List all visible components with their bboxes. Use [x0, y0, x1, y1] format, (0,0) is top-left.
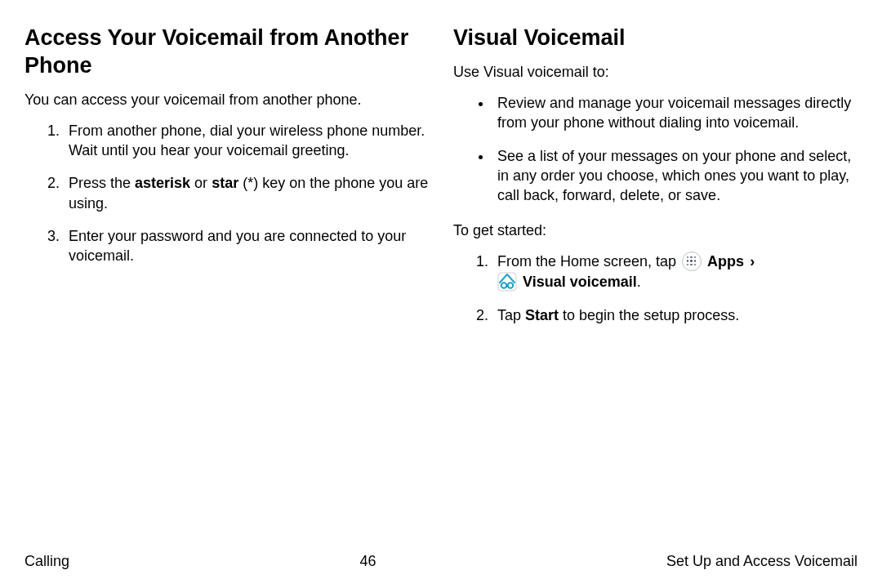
step-1: From another phone, dial your wireless p… [64, 121, 429, 161]
apps-label: Apps [707, 253, 744, 270]
step-1-pre: From the Home screen, tap [497, 253, 680, 270]
step-1-right: From the Home screen, tap Apps › [492, 252, 858, 293]
bold-asterisk: asterisk [135, 175, 190, 191]
chevron-right-icon: › [750, 252, 755, 271]
bullet-2: See a list of your messages on your phon… [492, 146, 858, 206]
visual-voicemail-icon [497, 272, 517, 292]
heading-access-voicemail: Access Your Voicemail from Another Phone [24, 24, 429, 80]
manual-page: Access Your Voicemail from Another Phone… [0, 0, 882, 588]
footer-right: Set Up and Access Voicemail [666, 553, 858, 570]
page-footer: Calling 46 Set Up and Access Voicemail [24, 553, 858, 570]
steps-list-left: From another phone, dial your wireless p… [24, 121, 429, 266]
step-2: Press the asterisk or star (*) key on th… [64, 173, 429, 213]
left-column: Access Your Voicemail from Another Phone… [24, 24, 429, 339]
intro-text-right: Use Visual voicemail to: [453, 62, 858, 82]
step-2-text-mid: or [190, 175, 212, 191]
intro-text: You can access your voicemail from anoth… [24, 90, 429, 109]
page-number: 46 [359, 553, 376, 570]
footer-left: Calling [24, 553, 69, 570]
steps-list-right: From the Home screen, tap Apps › [453, 252, 858, 326]
visual-voicemail-label: Visual voicemail [523, 274, 637, 290]
step-2-pre: Tap [497, 307, 525, 323]
to-get-started: To get started: [453, 220, 858, 240]
two-column-layout: Access Your Voicemail from Another Phone… [24, 24, 858, 339]
step-2-post: to begin the setup process. [559, 307, 739, 323]
bold-star: star [212, 175, 238, 191]
step-2-text-pre: Press the [69, 175, 135, 191]
step-2-right: Tap Start to begin the setup process. [492, 305, 858, 325]
bullet-1: Review and manage your voicemail message… [492, 93, 858, 133]
step-1-post: . [637, 274, 641, 290]
heading-visual-voicemail: Visual Voicemail [453, 24, 858, 52]
step-3: Enter your password and you are connecte… [64, 226, 429, 266]
right-column: Visual Voicemail Use Visual voicemail to… [453, 24, 858, 339]
bold-start: Start [525, 307, 559, 323]
bullet-list: Review and manage your voicemail message… [453, 93, 858, 205]
apps-icon-dots [687, 256, 697, 266]
apps-icon [682, 252, 702, 271]
